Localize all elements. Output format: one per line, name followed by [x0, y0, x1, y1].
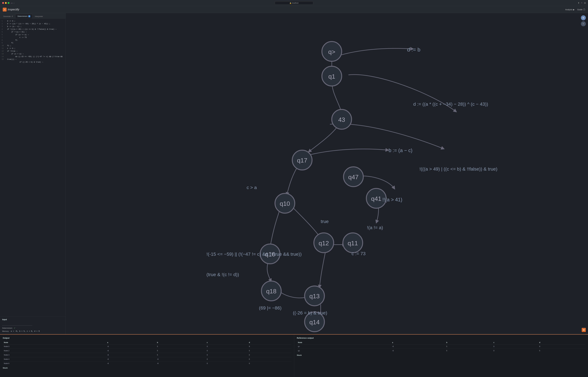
ref-col-a: a: [391, 341, 445, 344]
output-row-1-b: 5: [156, 349, 206, 353]
ref-row-0: q> -6 5 0 9: [297, 344, 585, 349]
analysis-button[interactable]: Analysis ▶: [565, 9, 575, 11]
svg-text:(69 |= −86): (69 |= −86): [259, 305, 282, 310]
svg-text:q10: q10: [280, 200, 290, 207]
url-icon: 🔒: [289, 2, 291, 4]
graph-panel: G R M: [66, 13, 588, 334]
determinism-label: Determinism:: [2, 327, 13, 329]
code-content-4: if !(((a > 49) | ((c <= b) & !!false)) &…: [7, 28, 56, 31]
output-row-1-d: 5: [248, 349, 291, 353]
grid-icon[interactable]: ⊞: [584, 2, 586, 4]
ref-row-1-c: 0: [492, 349, 538, 353]
line-num-16: [2, 61, 5, 63]
output-row-4-node: Node 6: [3, 361, 106, 366]
svg-text:q14: q14: [309, 319, 320, 326]
output-row-3: Node 4 -6 -6 0 0: [3, 357, 291, 361]
titlebar-controls: ▭ ‹: [11, 2, 14, 4]
input-field[interactable]: [2, 322, 32, 326]
reference-panel: Reference output Node a b c d q> -6 5: [294, 335, 588, 377]
tab-interpreter[interactable]: Interpreter: [33, 14, 45, 18]
output-row-3-a: -6: [106, 357, 156, 361]
code-content-5: if !!(a > 41) →: [7, 31, 27, 33]
svg-text:!!(a > 41): !!(a > 41): [382, 197, 402, 202]
tab-interpreter-label: Interpreter: [35, 15, 43, 17]
svg-text:q18: q18: [266, 288, 277, 295]
app-logo: ≡ Inspectify: [3, 8, 19, 12]
reference-stuck-label: Stuck: [297, 353, 585, 357]
determinism-checkbox[interactable]: ✓: [28, 15, 30, 17]
code-line-3: 3 b := (a − c) ;: [0, 25, 66, 28]
badge-m: M: [582, 328, 586, 332]
code-line-9: 9 fi: [0, 42, 66, 44]
svg-text:!(((a > 49) | ((c <= b) & !!fa: !(((a > 49) | ((c <= b) & !!false)) & tr…: [419, 166, 497, 172]
ref-row-1-node: q1: [297, 349, 391, 353]
svg-text:43: 43: [338, 116, 345, 123]
line-num-15: 15: [2, 58, 5, 61]
code-content-2: d := ((a * ((c + −34) − 28)) ^ (c − 43))…: [7, 23, 50, 25]
code-editor[interactable]: 1 d := b ; 2 d := ((a * ((c + −34) − 28)…: [0, 19, 66, 316]
code-content-13: if (c > a) →: [7, 53, 23, 55]
svg-text:q17: q17: [297, 157, 307, 164]
output-row-3-node: Node 4: [3, 357, 106, 361]
output-row-0-c: 0: [206, 344, 248, 349]
close-button[interactable]: [2, 2, 4, 4]
code-content-6: if (a != a) →: [7, 33, 29, 36]
bottom-section: Output Node a b c d Node 0 -6 5: [0, 335, 588, 377]
output-row-4-d: 0: [248, 361, 291, 366]
code-line-15: 15 true))) →: [0, 58, 66, 61]
line-num-10: 10: [2, 44, 5, 47]
code-content-16: if ((-26 = b) & true) →: [7, 61, 43, 63]
ref-col-c: c: [492, 341, 538, 344]
determinism-row: Determinism: ✓: [2, 327, 63, 329]
guide-button[interactable]: Guide ?: [577, 9, 585, 11]
maximize-button[interactable]: [8, 2, 10, 4]
svg-text:(true & !(c != d)): (true & !(c != d)): [207, 272, 239, 277]
sidebar-toggle-icon[interactable]: ▭: [11, 2, 12, 4]
ref-row-0-node: q>: [297, 344, 391, 349]
code-content-15: true))) →: [7, 58, 16, 61]
top-section: Generate ↺ Determinism ✓ Interpreter 1 d…: [0, 13, 588, 335]
line-num-13: 13: [2, 53, 5, 55]
code-line-11: 11 c := b ;: [0, 47, 66, 50]
svg-text:d := ((a * ((c + −34) − 28)) ^: d := ((a * ((c + −34) − 28)) ^ (c − 43)): [413, 101, 488, 107]
header-nav: Analysis ▶ Guide ?: [565, 9, 585, 11]
tab-generate[interactable]: Generate ↺: [1, 14, 15, 18]
line-num-6: 6: [2, 33, 5, 36]
output-row-1-a: -6: [106, 349, 156, 353]
code-content-8: fi: [7, 39, 17, 42]
output-panel[interactable]: Output Node a b c d Node 0 -6 5: [0, 335, 294, 377]
code-line-16: if ((-26 = b) & true) →: [0, 61, 66, 63]
code-line-14: 14 do ((-15 <= −59) || (!(−47 != c) && (…: [0, 55, 66, 58]
output-row-3-c: 0: [206, 357, 248, 361]
app-title: Inspectify: [8, 8, 19, 11]
output-row-3-b: -6: [156, 357, 206, 361]
code-line-12: 12 if !true →: [0, 50, 66, 53]
output-row-0-node: Node 0: [3, 344, 106, 349]
ref-row-1: q1 -6 5 0 5: [297, 349, 585, 353]
tab-determinism[interactable]: Determinism ✓: [15, 14, 33, 18]
line-num-3: 3: [2, 25, 5, 28]
input-section: Input Determinism: ✓ Memory: a = −6, b =…: [0, 316, 66, 334]
memory-values: a = −6, b = 5, c = 0, d = 9: [11, 330, 40, 332]
guide-icon: ?: [583, 9, 585, 11]
share-icon[interactable]: ⬆: [578, 2, 579, 4]
code-content-14: do ((-15 <= −59) || (!(−47 != c) && (!!t…: [7, 55, 63, 58]
ref-col-node: Node: [297, 341, 391, 344]
minimize-button[interactable]: [5, 2, 7, 4]
plus-icon[interactable]: +: [581, 2, 582, 4]
line-num-11: 11: [2, 47, 5, 50]
output-row-2-b: 5: [156, 353, 206, 357]
output-row-4-c: 0: [206, 361, 248, 366]
output-row-2-d: 0: [248, 353, 291, 357]
output-row-0-a: -6: [106, 344, 156, 349]
output-row-1-c: 0: [206, 349, 248, 353]
url-bar[interactable]: 🔒 localhost: [275, 1, 313, 5]
traffic-lights: [2, 2, 10, 4]
svg-text:q11: q11: [348, 240, 358, 247]
output-row-3-d: 0: [248, 357, 291, 361]
output-row-1-node: Node 2: [3, 349, 106, 353]
analysis-label: Analysis: [565, 9, 572, 11]
input-section-label: Input: [2, 318, 63, 321]
line-num-5: 5: [2, 31, 5, 33]
back-icon[interactable]: ‹: [14, 2, 14, 4]
